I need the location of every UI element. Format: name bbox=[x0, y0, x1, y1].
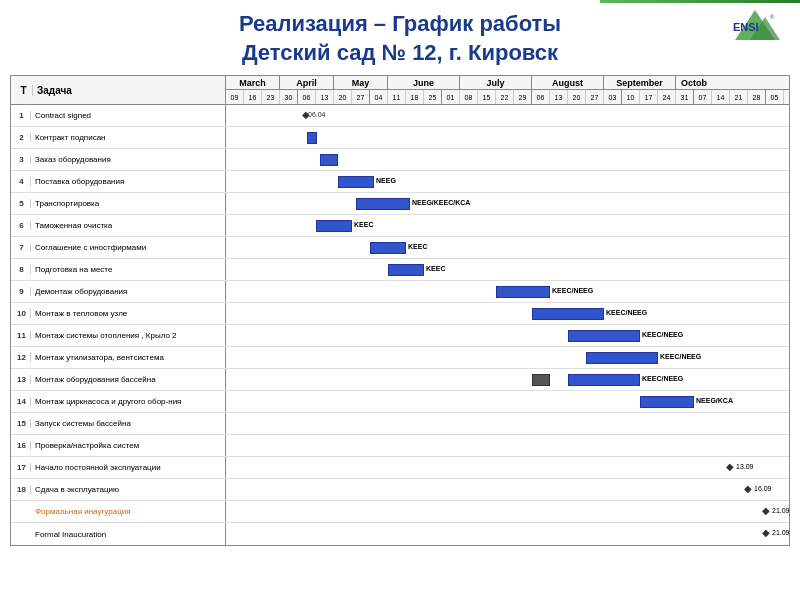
row-chart-16 bbox=[226, 435, 789, 456]
month-row: March April May June July August Septemb… bbox=[226, 76, 789, 90]
gantt-header: Т Задача March April May June July Augus… bbox=[11, 76, 789, 105]
date-06a: 06 bbox=[298, 90, 316, 104]
row-left-4: 4 Поставка оборудования bbox=[11, 171, 226, 192]
row-chart-8: KEEC bbox=[226, 259, 789, 280]
bar-14 bbox=[640, 396, 694, 408]
date-27b: 27 bbox=[586, 90, 604, 104]
table-row: 7 Соглашение с иностфирмами KEEC bbox=[11, 237, 789, 259]
row-left-17: 17 Начало постоянной эксплуатации bbox=[11, 457, 226, 478]
label-18a: 16.09 bbox=[754, 485, 772, 492]
bar-10 bbox=[532, 308, 604, 320]
gantt-chart: Т Задача March April May June July Augus… bbox=[10, 75, 790, 546]
table-row: 13 Монтаж оборудования бассейна KEEC/NEE… bbox=[11, 369, 789, 391]
row-left-18c: Formal Inaucuration bbox=[11, 523, 226, 545]
date-07: 07 bbox=[694, 90, 712, 104]
date-13b: 13 bbox=[550, 90, 568, 104]
row-chart-2 bbox=[226, 127, 789, 148]
row-left-9: 9 Демонтаж оборудования bbox=[11, 281, 226, 302]
month-may: May bbox=[334, 76, 388, 89]
date-18: 18 bbox=[406, 90, 424, 104]
page-title: Реализация – График работы Детский сад №… bbox=[0, 10, 800, 67]
date-11: 11 bbox=[388, 90, 406, 104]
table-row: 5 Транспортировка NEEG/KEEC/KCA bbox=[11, 193, 789, 215]
row-left-6: 6 Таможенная очистка bbox=[11, 215, 226, 236]
row-left-2: 2 Контракт подписан bbox=[11, 127, 226, 148]
table-row: 12 Монтаж утилизатора, вентсистема KEEC/… bbox=[11, 347, 789, 369]
row-chart-9: KEEC/NEEG bbox=[226, 281, 789, 302]
month-july: July bbox=[460, 76, 532, 89]
date-09: 09 bbox=[226, 90, 244, 104]
table-row: 3 Заказ оборудования bbox=[11, 149, 789, 171]
page-container: ENSI ® Реализация – График работы Детски… bbox=[0, 0, 800, 600]
label-4: NEEG bbox=[376, 177, 396, 184]
bar-13-dark bbox=[532, 374, 550, 386]
bar-3 bbox=[320, 154, 338, 166]
row-left-18b: Формальная инаугурация bbox=[11, 501, 226, 522]
row-left-16: 16 Проверка/настройка систем bbox=[11, 435, 226, 456]
label-6: KEEC bbox=[354, 221, 373, 228]
date-17: 17 bbox=[640, 90, 658, 104]
date-22: 22 bbox=[496, 90, 514, 104]
label-10: KEEC/NEEG bbox=[606, 309, 647, 316]
bar-13 bbox=[568, 374, 640, 386]
label-9: KEEC/NEEG bbox=[552, 287, 593, 294]
date-01: 01 bbox=[442, 90, 460, 104]
header-left-panel: Т Задача bbox=[11, 76, 226, 104]
label-17: 13.09 bbox=[736, 463, 754, 470]
date-03: 03 bbox=[604, 90, 622, 104]
label-8: KEEC bbox=[426, 265, 445, 272]
bar-11 bbox=[568, 330, 640, 342]
date-25: 25 bbox=[424, 90, 442, 104]
table-row: 16 Проверка/настройка систем bbox=[11, 435, 789, 457]
row-chart-6: KEEC bbox=[226, 215, 789, 236]
date-14: 14 bbox=[712, 90, 730, 104]
bar-8 bbox=[388, 264, 424, 276]
row-left-1: 1 Contract signed bbox=[11, 105, 226, 126]
label-18c: 21.09 bbox=[772, 529, 789, 536]
table-row: 2 Контракт подписан bbox=[11, 127, 789, 149]
gantt-body: 1 Contract signed ◆ 06.04 2 Контракт под… bbox=[11, 105, 789, 545]
date-13a: 13 bbox=[316, 90, 334, 104]
bar-5 bbox=[356, 198, 410, 210]
table-row: 1 Contract signed ◆ 06.04 bbox=[11, 105, 789, 127]
bar-9 bbox=[496, 286, 550, 298]
date-08: 08 bbox=[460, 90, 478, 104]
label-18b: 21.09 bbox=[772, 507, 789, 514]
label-13: KEEC/NEEG bbox=[642, 375, 683, 382]
table-row: 9 Демонтаж оборудования KEEC/NEEG bbox=[11, 281, 789, 303]
row-chart-12: KEEC/NEEG bbox=[226, 347, 789, 368]
num-col-header: Т bbox=[15, 85, 33, 96]
table-row: Formal Inaucuration ◆ 21.09 bbox=[11, 523, 789, 545]
date-05: 05 bbox=[766, 90, 784, 104]
row-chart-3 bbox=[226, 149, 789, 170]
date-20b: 20 bbox=[568, 90, 586, 104]
date-27a: 27 bbox=[352, 90, 370, 104]
month-september: September bbox=[604, 76, 676, 89]
date-16: 16 bbox=[244, 90, 262, 104]
diamond-18b: ◆ bbox=[762, 505, 770, 516]
row-chart-7: KEEC bbox=[226, 237, 789, 258]
row-chart-13: KEEC/NEEG bbox=[226, 369, 789, 390]
bar-4 bbox=[338, 176, 374, 188]
month-april: April bbox=[280, 76, 334, 89]
diamond-17: ◆ bbox=[726, 461, 734, 472]
row-left-5: 5 Транспортировка bbox=[11, 193, 226, 214]
date-21a: 21 bbox=[730, 90, 748, 104]
date-30: 30 bbox=[280, 90, 298, 104]
label-14: NEEG/KCA bbox=[696, 397, 733, 404]
table-row: 4 Поставка оборудования NEEG bbox=[11, 171, 789, 193]
row-chart-18c: ◆ 21.09 bbox=[226, 523, 789, 545]
date-20a: 20 bbox=[334, 90, 352, 104]
month-august: August bbox=[532, 76, 604, 89]
row-chart-10: KEEC/NEEG bbox=[226, 303, 789, 324]
row-chart-17: ◆ 13.09 bbox=[226, 457, 789, 478]
month-june: June bbox=[388, 76, 460, 89]
row-left-14: 14 Монтаж циркнасоса и другого обор-ния bbox=[11, 391, 226, 412]
bar-12 bbox=[586, 352, 658, 364]
label-11: KEEC/NEEG bbox=[642, 331, 683, 338]
date-24: 24 bbox=[658, 90, 676, 104]
date-29: 29 bbox=[514, 90, 532, 104]
row-chart-5: NEEG/KEEC/KCA bbox=[226, 193, 789, 214]
table-row: 14 Монтаж циркнасоса и другого обор-ния … bbox=[11, 391, 789, 413]
task-col-header: Задача bbox=[37, 85, 72, 96]
